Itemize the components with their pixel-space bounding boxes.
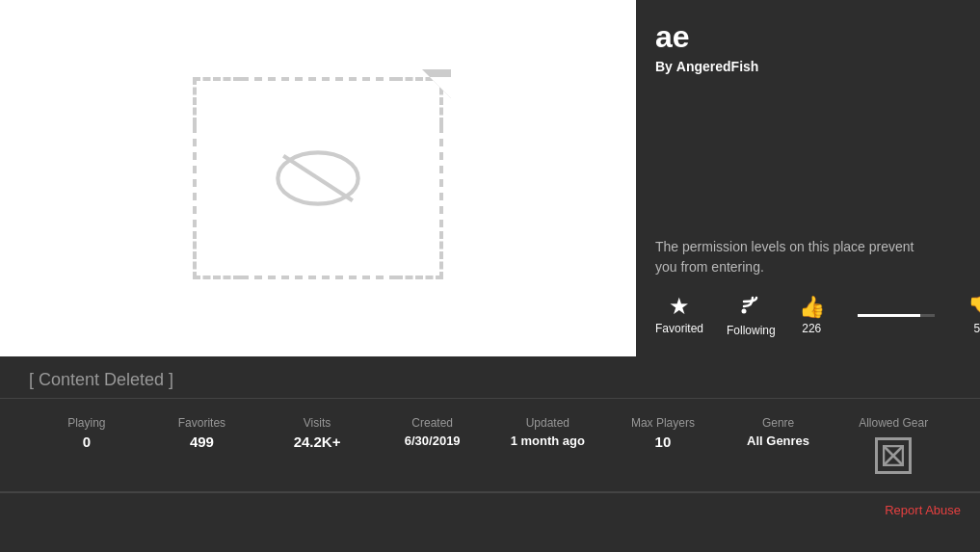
favorited-button[interactable]: ★ Favorited: [655, 295, 703, 335]
vote-bar-fill: [858, 314, 920, 317]
downvote-button[interactable]: 👎 53: [967, 295, 980, 335]
game-author: By AngeredFish: [655, 59, 980, 74]
report-section: Report Abuse: [0, 492, 980, 527]
favorites-label: Favorites: [178, 416, 225, 430]
dashed-border-box: [193, 77, 443, 279]
thumbnail-placeholder: [0, 0, 636, 356]
stat-genre: Genre All Genres: [721, 408, 836, 456]
updated-label: Updated: [526, 416, 569, 430]
edge-top: [241, 77, 395, 81]
visits-label: Visits: [304, 416, 331, 430]
stat-favorites: Favorites 499: [145, 408, 260, 458]
stats-row: Playing 0 Favorites 499 Visits 24.2K+ Cr…: [29, 408, 951, 482]
svg-line-1: [283, 156, 353, 201]
stat-max-players: Max Players 10: [605, 408, 721, 458]
svg-point-2: [742, 309, 747, 314]
corner-bl: [193, 231, 241, 279]
no-image-icon: [270, 145, 366, 212]
upvote-count: 226: [802, 322, 821, 335]
upvote-button[interactable]: 👍 226: [799, 295, 825, 335]
thumbs-up-icon: 👍: [799, 295, 825, 320]
max-players-label: Max Players: [631, 416, 695, 430]
following-label: Following: [727, 324, 776, 337]
permission-message: The permission levels on this place prev…: [655, 237, 925, 277]
max-players-value: 10: [655, 434, 672, 450]
author-name: AngeredFish: [676, 59, 759, 74]
created-label: Created: [411, 416, 453, 430]
stat-visits: Visits 24.2K+: [259, 408, 375, 458]
edge-bottom: [241, 276, 395, 279]
playing-label: Playing: [67, 416, 105, 430]
edge-right: [439, 125, 443, 231]
created-value: 6/30/2019: [405, 434, 461, 448]
downvote-count: 53: [974, 322, 980, 335]
corner-br: [395, 231, 443, 279]
stat-created: Created 6/30/2019: [375, 408, 490, 456]
report-abuse-link[interactable]: Report Abuse: [885, 503, 961, 517]
updated-value: 1 month ago: [511, 434, 585, 448]
edge-left: [193, 125, 197, 231]
playing-value: 0: [83, 434, 91, 450]
star-icon: ★: [669, 295, 690, 318]
favorited-label: Favorited: [655, 322, 703, 335]
game-title: ae: [655, 19, 980, 55]
vote-bar-track: [858, 314, 935, 317]
stat-allowed-gear: Allowed Gear: [835, 408, 951, 482]
visits-value: 24.2K+: [294, 434, 341, 450]
allowed-gear-label: Allowed Gear: [859, 416, 928, 430]
rss-icon: [739, 293, 762, 320]
genre-value: All Genres: [747, 434, 809, 448]
thumbs-down-icon: 👎: [967, 295, 980, 320]
thumbnail-section: [0, 0, 636, 356]
genre-label: Genre: [762, 416, 794, 430]
stat-updated: Updated 1 month ago: [490, 408, 606, 456]
favorites-value: 499: [190, 434, 214, 450]
vote-bar: [858, 314, 935, 317]
author-label: By: [655, 59, 673, 74]
info-panel: ae By AngeredFish The permission levels …: [636, 0, 980, 356]
page-fold: [412, 69, 451, 108]
following-button[interactable]: Following: [727, 293, 776, 337]
content-deleted-label: [ Content Deleted ]: [0, 356, 980, 398]
actions-row: ★ Favorited Following 👍 226: [655, 293, 980, 337]
stat-playing: Playing 0: [29, 408, 145, 458]
stats-bar: Playing 0 Favorites 499 Visits 24.2K+ Cr…: [0, 398, 980, 492]
corner-tl: [193, 77, 241, 125]
allowed-gear-icon: [875, 437, 912, 474]
